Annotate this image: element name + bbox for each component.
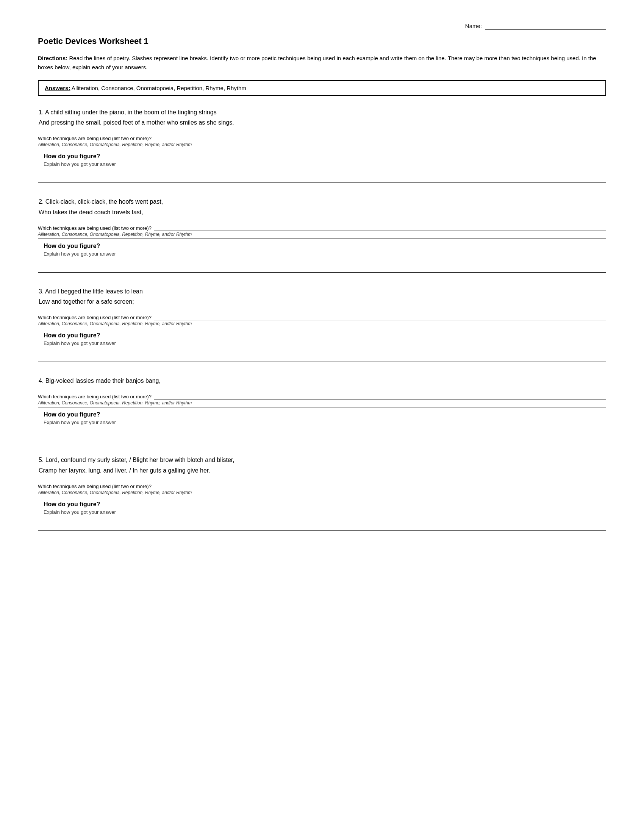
question-number-3: 3. [39, 288, 43, 294]
answers-text: Alliteration, Consonance, Onomatopoeia, … [71, 85, 246, 91]
poem-2: 2. Click-clack, click-clack, the hoofs w… [39, 196, 606, 217]
answer-line-4[interactable] [154, 392, 606, 399]
figure-box-3[interactable]: How do you figure?Explain how you got yo… [38, 328, 606, 362]
answer-line-5[interactable] [154, 482, 606, 489]
directions-bold: Directions: [38, 55, 68, 61]
poem-5: 5. Lord, confound my surly sister, / Bli… [39, 455, 606, 475]
techniques-label-4: Which techniques are being used (list tw… [38, 394, 151, 399]
question-block-2: 2. Click-clack, click-clack, the hoofs w… [38, 196, 606, 272]
figure-title-3: How do you figure? [43, 332, 601, 339]
poem-4: 4. Big-voiced lassies made their banjos … [39, 376, 606, 386]
figure-subtitle-5: Explain how you got your answer [43, 509, 601, 515]
question-block-3: 3. And I begged the little leaves to lea… [38, 286, 606, 362]
figure-title-5: How do you figure? [43, 501, 601, 508]
worksheet-title: Poetic Devices Worksheet 1 [38, 36, 606, 46]
techniques-label-3: Which techniques are being used (list tw… [38, 315, 151, 320]
techniques-label-5: Which techniques are being used (list tw… [38, 484, 151, 489]
figure-box-2[interactable]: How do you figure?Explain how you got yo… [38, 238, 606, 273]
question-block-1: 1. A child sitting under the piano, in t… [38, 107, 606, 183]
directions-text: Read the lines of poetry. Slashes repres… [38, 55, 596, 71]
question-number-2: 2. [39, 198, 43, 205]
question-block-5: 5. Lord, confound my surly sister, / Bli… [38, 455, 606, 531]
techniques-row-3: Which techniques are being used (list tw… [38, 314, 606, 320]
figure-subtitle-2: Explain how you got your answer [43, 251, 601, 257]
name-label: Name: [465, 23, 482, 29]
techniques-row-5: Which techniques are being used (list tw… [38, 482, 606, 489]
page: Name: Poetic Devices Worksheet 1 Directi… [0, 0, 644, 833]
answer-line-2[interactable] [154, 224, 606, 231]
figure-title-1: How do you figure? [43, 153, 601, 160]
figure-box-4[interactable]: How do you figure?Explain how you got yo… [38, 407, 606, 441]
poem-3: 3. And I begged the little leaves to lea… [39, 286, 606, 307]
figure-subtitle-4: Explain how you got your answer [43, 420, 601, 425]
answer-line-3[interactable] [154, 314, 606, 320]
hint-text-2: Alliteration, Consonance, Onomatopoeia, … [38, 232, 606, 237]
hint-text-5: Alliteration, Consonance, Onomatopoeia, … [38, 490, 606, 495]
hint-text-1: Alliteration, Consonance, Onomatopoeia, … [38, 142, 606, 147]
question-number-4: 4. [39, 378, 43, 384]
techniques-row-4: Which techniques are being used (list tw… [38, 392, 606, 399]
hint-text-3: Alliteration, Consonance, Onomatopoeia, … [38, 321, 606, 326]
name-row: Name: [38, 23, 606, 29]
question-block-4: 4. Big-voiced lassies made their banjos … [38, 376, 606, 441]
figure-box-1[interactable]: How do you figure?Explain how you got yo… [38, 149, 606, 183]
answer-line-1[interactable] [154, 134, 606, 141]
figure-box-5[interactable]: How do you figure?Explain how you got yo… [38, 497, 606, 531]
question-number-5: 5. [39, 457, 43, 463]
techniques-row-2: Which techniques are being used (list tw… [38, 224, 606, 231]
figure-subtitle-3: Explain how you got your answer [43, 340, 601, 346]
answers-bold: Answers: [45, 85, 71, 91]
answers-box: Answers: Alliteration, Consonance, Onoma… [38, 80, 606, 96]
techniques-row-1: Which techniques are being used (list tw… [38, 134, 606, 141]
name-underline-line[interactable] [485, 23, 606, 29]
poem-1: 1. A child sitting under the piano, in t… [39, 107, 606, 128]
figure-subtitle-1: Explain how you got your answer [43, 161, 601, 167]
figure-title-4: How do you figure? [43, 411, 601, 418]
question-number-1: 1. [39, 109, 43, 116]
techniques-label-1: Which techniques are being used (list tw… [38, 135, 151, 141]
figure-title-2: How do you figure? [43, 243, 601, 249]
directions: Directions: Read the lines of poetry. Sl… [38, 54, 606, 72]
hint-text-4: Alliteration, Consonance, Onomatopoeia, … [38, 400, 606, 405]
techniques-label-2: Which techniques are being used (list tw… [38, 225, 151, 231]
questions-container: 1. A child sitting under the piano, in t… [38, 107, 606, 531]
